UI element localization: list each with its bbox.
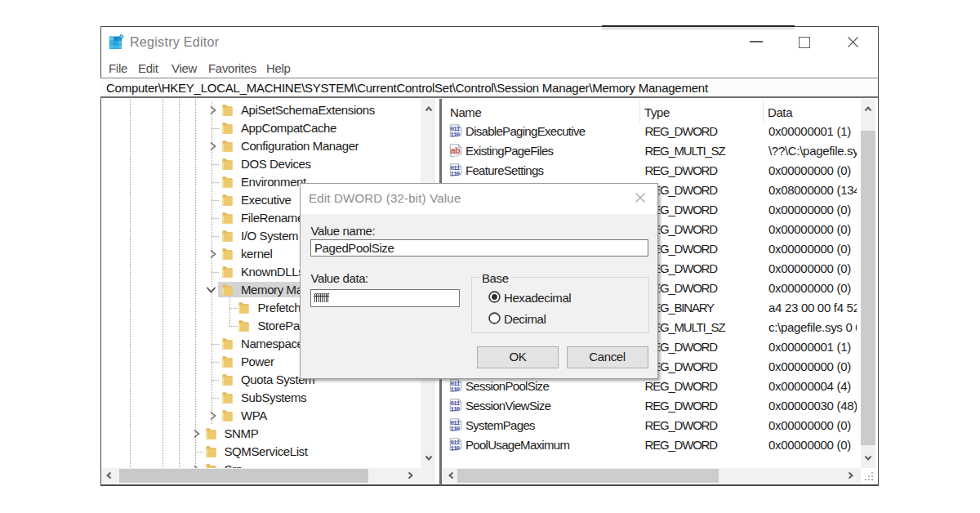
svg-text:110: 110 bbox=[450, 131, 460, 138]
svg-text:110: 110 bbox=[450, 405, 460, 413]
svg-text:110: 110 bbox=[450, 170, 460, 177]
svg-text:110: 110 bbox=[450, 444, 460, 452]
svg-text:110: 110 bbox=[450, 425, 460, 432]
svg-text:ab: ab bbox=[451, 145, 461, 155]
svg-text:110: 110 bbox=[450, 386, 460, 393]
